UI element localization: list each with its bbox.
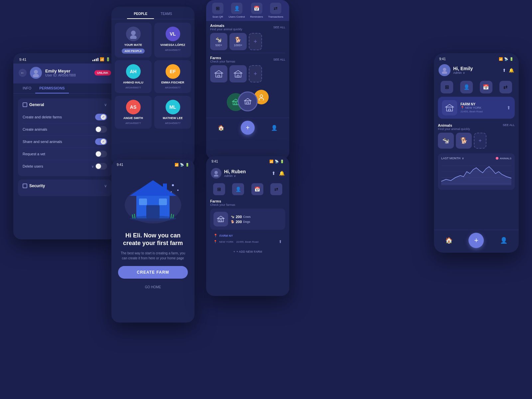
animals-header: Animals Find your animal quickly SEE ALL <box>210 24 285 31</box>
emma-id: AR34456677 <box>165 86 181 89</box>
legend-dot <box>496 157 498 160</box>
farm-address: 22455, Beah Road <box>236 240 258 243</box>
toggle-1[interactable] <box>95 126 107 133</box>
dashboard-bottom-nav: 🏠 + 👤 <box>206 118 289 137</box>
emily-profile-nav[interactable]: 👤 <box>500 237 507 244</box>
emily-status-bar: 9:41 📶 📡 🔋 <box>434 53 519 62</box>
emily-farm-name: FARM NY <box>461 102 483 106</box>
security-section: Security ∨ <box>18 180 112 196</box>
back-button[interactable]: ← <box>19 69 27 77</box>
emily-home-nav[interactable]: 🏠 <box>445 237 453 244</box>
ruben-greeting: Hi, Ruben <box>224 169 246 174</box>
share-icon[interactable]: ⬆ <box>272 171 276 176</box>
fab-add-button[interactable]: + <box>241 121 255 135</box>
cow-row: 🐄 200 Cows <box>231 215 251 219</box>
share-icon-emily[interactable]: ⬆ <box>502 68 506 73</box>
animals-see-all[interactable]: SEE ALL <box>273 26 285 29</box>
signal-icon-5: 📶 <box>269 160 273 163</box>
farm-house-icon-2 <box>233 70 243 78</box>
tab-info[interactable]: INFO <box>19 83 35 93</box>
svg-point-1 <box>33 74 39 77</box>
section-icon <box>23 102 27 107</box>
emily-farm-location: 📍 NEW YORK <box>461 106 483 109</box>
emily-add-animal[interactable]: + <box>474 133 486 149</box>
transfer-icon-5[interactable]: ⇄ <box>270 183 282 195</box>
perm-row-2: Share and send animals <box>23 136 107 148</box>
emily-calendar-icon[interactable]: 📅 <box>480 81 492 93</box>
person-card-angie: AS ANGIE SMITH AR34456677 <box>115 96 152 129</box>
toggle-2[interactable] <box>95 138 107 145</box>
toggle-4[interactable] <box>95 163 107 170</box>
farms-title-detail: Farms <box>210 199 235 203</box>
general-title: General <box>23 102 44 107</box>
upload-icon: ⬆ <box>279 239 282 244</box>
person-card-mathew: ML MATHEW LEE AR34456677 <box>154 96 191 129</box>
people-grid: YOUR MATE ADD PEOPLE VL VANESSA LÓPEZ AR… <box>111 19 195 132</box>
add-people-button[interactable]: ADD PEOPLE <box>122 49 144 54</box>
dash-icon-users[interactable]: 👤 Users Control <box>229 3 245 18</box>
phone-emily-card: 9:41 📶 📡 🔋 Hi, Emily Admin ∨ <box>434 53 519 253</box>
users-icon-5[interactable]: 👤 <box>232 183 244 195</box>
add-animal-button[interactable]: + <box>249 33 262 50</box>
user-header: ← Emily Meyer User ID: AR5567888 UNLINK <box>13 64 116 83</box>
svg-point-39 <box>442 71 447 74</box>
dog-num: 200 <box>236 220 242 224</box>
reminders-icon-box: 📅 <box>251 3 262 14</box>
chart-header: LAST MONTH ∨ ANIMALS <box>441 157 511 160</box>
add-icon: + <box>233 250 235 253</box>
emily-animals-section: Animals Find your animal quickly SEE ALL… <box>434 121 519 151</box>
scanqr-icon-5[interactable]: ⊞ <box>213 183 225 195</box>
farms-see-all[interactable]: SEE ALL <box>273 58 285 61</box>
transactions-icon-box: ⇄ <box>270 3 281 14</box>
ruben-avatar <box>211 168 221 179</box>
chart-svg: 01 DEC 02 DEC <box>441 162 511 185</box>
collapse-icon[interactable]: ∨ <box>104 102 107 107</box>
ruben-role: Admin ∨ <box>224 174 246 178</box>
tab-people[interactable]: PEOPLE <box>127 9 154 19</box>
transactions-label: Transactions <box>268 15 284 18</box>
avatar-icon <box>32 68 40 77</box>
calendar-icon-5[interactable]: 📅 <box>251 183 263 195</box>
svg-point-26 <box>177 190 179 191</box>
emily-users-icon[interactable]: 👤 <box>460 81 473 93</box>
cow-label: Cows <box>243 215 251 218</box>
svg-point-27 <box>171 192 172 193</box>
user-id: User ID: AR5567888 <box>45 73 76 77</box>
emily-see-all[interactable]: SEE ALL <box>503 123 515 131</box>
unlink-badge[interactable]: UNLINK <box>94 70 111 75</box>
add-farm-button[interactable]: + <box>249 65 262 82</box>
dash-icon-reminders[interactable]: 📅 Reminders <box>250 3 263 18</box>
emily-fab-button[interactable]: + <box>468 233 484 248</box>
dog-row: 🐕 200 Dogs <box>231 220 251 224</box>
chart-period: LAST MONTH ∨ <box>441 157 464 160</box>
emily-greeting: Hi, Emily <box>453 66 473 71</box>
go-home-link[interactable]: GO HOME <box>111 285 195 289</box>
dash-icon-scanqr[interactable]: ⊞ Scan QR <box>212 3 223 18</box>
battery-icon-5: 🔋 <box>280 160 284 163</box>
toggle-3[interactable] <box>95 151 107 157</box>
svg-rect-6 <box>218 75 220 77</box>
farm-detail-time: 9:41 <box>211 160 218 163</box>
farm-item-2 <box>229 65 247 82</box>
chart-legend: ANIMALS <box>496 157 511 160</box>
tab-teams[interactable]: TEAMS <box>154 9 179 19</box>
chart-legend-label: ANIMALS <box>500 157 511 160</box>
add-new-farm-button[interactable]: + + ADD NEW FARM <box>206 248 289 255</box>
tab-permissions[interactable]: PERMISSIONS <box>35 83 68 93</box>
farm-detail-header: Hi, Ruben Admin ∨ ⬆ 🔔 <box>206 165 289 181</box>
bell-icon-emily[interactable]: 🔔 <box>509 68 514 73</box>
security-collapse-icon[interactable]: ∨ <box>104 184 107 188</box>
farm-illustration <box>111 169 195 228</box>
emily-animals-row: 🐄 🐕 + <box>438 133 515 149</box>
toggle-0[interactable] <box>95 114 107 120</box>
bell-icon[interactable]: 🔔 <box>279 171 285 176</box>
emily-dog-icon: 🐕 <box>456 133 472 149</box>
home-nav-icon[interactable]: 🏠 <box>218 125 224 131</box>
wifi-icon-4: 📡 <box>180 163 184 167</box>
profile-nav-icon[interactable]: 👤 <box>271 125 278 131</box>
farms-sub: Check your farmas <box>210 60 235 63</box>
emily-transfer-icon[interactable]: ⇄ <box>499 81 512 93</box>
create-farm-button[interactable]: CREATE FARM <box>118 266 188 279</box>
dash-icon-transactions[interactable]: ⇄ Transactions <box>268 3 284 18</box>
emily-qr-icon[interactable]: ⊞ <box>441 81 453 93</box>
